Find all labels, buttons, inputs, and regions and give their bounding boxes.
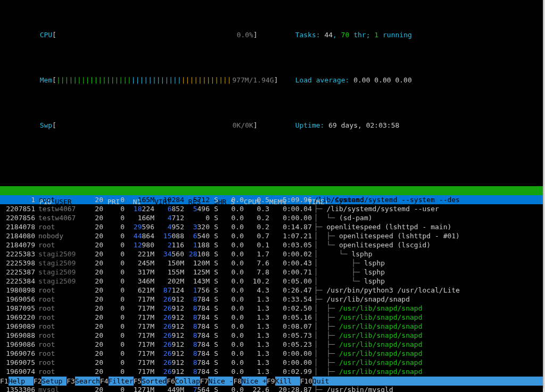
process-row[interactable]: 2207851testw40672001822468525496S0.00.30…: [0, 204, 543, 213]
htop-terminal: CPU[0.0%] Tasks: 44, 70 thr; 1 running M…: [0, 0, 544, 388]
process-row[interactable]: 2184079root2001298021161188S0.00.10:03.0…: [0, 240, 543, 249]
uptime-label: Uptime:: [295, 121, 325, 129]
fkey-f5[interactable]: F5: [134, 377, 142, 386]
swp-used: 0K: [233, 121, 241, 129]
process-row[interactable]: 2225384stagi2509200346M202M143MS0.010.20…: [0, 277, 543, 286]
uptime-value: 69 days, 02:03:58: [328, 121, 399, 129]
process-row[interactable]: 1969089root200717M269128784S0.01.30:08.0…: [0, 322, 543, 331]
tasks-thr: 70: [341, 31, 350, 39]
process-row[interactable]: 1969086root200717M269128784S0.01.30:05.2…: [0, 340, 543, 349]
fkey-label[interactable]: Search: [75, 377, 100, 386]
footer-bar: F1Help F2Setup F3SearchF4FilterF5SortedF…: [0, 377, 543, 386]
fkey-f1[interactable]: F1: [0, 377, 9, 386]
process-row[interactable]: 1987095root200717M269128784S0.01.30:02.5…: [0, 304, 543, 313]
process-row[interactable]: 2207856testw4067200166M47120S0.00.20:00.…: [0, 213, 543, 222]
process-list[interactable]: 1root200165M102845712S0.00.55:09.96/lib/…: [0, 195, 543, 392]
fkey-f4[interactable]: F4: [100, 377, 109, 386]
loadavg-label: Load average:: [295, 76, 350, 84]
process-row[interactable]: 1353306mysql2001271M449M7564S0.022.620:2…: [0, 385, 543, 392]
mem-used: 977M: [232, 76, 249, 84]
swp-total: 0K: [245, 121, 253, 129]
fkey-f9[interactable]: F9: [267, 377, 275, 386]
fkey-f2[interactable]: F2: [34, 377, 42, 386]
swp-label: Swp: [40, 121, 52, 129]
process-row[interactable]: 1root200165M102845712S0.00.55:09.96/lib/…: [0, 195, 543, 204]
fkey-label[interactable]: Filter: [109, 377, 134, 386]
process-row[interactable]: 2184078root2002959649523320S0.00.20:14.8…: [0, 222, 543, 231]
loadavg-value: 0.00 0.00 0.00: [353, 76, 412, 84]
fkey-f6[interactable]: F6: [167, 377, 175, 386]
fkey-label[interactable]: Nice +: [242, 377, 267, 386]
process-row[interactable]: 1969056root200717M269128784S0.01.30:33.5…: [0, 295, 543, 304]
process-row[interactable]: 1969220root200717M269128784S0.01.30:05.1…: [0, 313, 543, 322]
process-row[interactable]: 1969075root200717M269128784S0.01.30:00.0…: [0, 358, 543, 367]
tasks-count: 44: [324, 31, 333, 39]
fkey-label[interactable]: Help: [9, 377, 34, 386]
process-row[interactable]: 2225398stagi2509200245M150M120MS0.07.60:…: [0, 258, 543, 268]
cpu-label: CPU: [40, 31, 52, 39]
fkey-label[interactable]: Kill: [275, 377, 300, 386]
column-header[interactable]: PIDUSERPRINIVIRTRESSHRSCPU%MEM%TIME+ Com…: [0, 186, 543, 195]
fkey-label[interactable]: Setup: [42, 377, 67, 386]
mem-label: Mem: [40, 76, 52, 84]
cpu-percent: 0.0%: [56, 30, 253, 39]
process-row[interactable]: 2225383stagi2509200221M3456028108S0.01.7…: [0, 249, 543, 258]
fkey-label[interactable]: Quit: [312, 377, 337, 386]
fkey-label[interactable]: Nice -: [208, 377, 233, 386]
fkey-f8[interactable]: F8: [233, 377, 242, 386]
fkey-f3[interactable]: F3: [67, 377, 75, 386]
tasks-label: Tasks:: [295, 31, 320, 39]
process-row[interactable]: 1969076root200717M269128784S0.01.30:00.0…: [0, 349, 543, 358]
header-meters: CPU[0.0%] Tasks: 44, 70 thr; 1 running M…: [0, 0, 543, 186]
process-row[interactable]: 2225387stagi2509200317M155M125MS0.07.80:…: [0, 268, 543, 277]
fkey-label[interactable]: Sorted: [142, 377, 167, 386]
process-row[interactable]: 2184080nobody20044864150886540S0.00.71:0…: [0, 231, 543, 240]
process-row[interactable]: 1980898root200621M871241756S0.04.30:26.4…: [0, 286, 543, 295]
process-row[interactable]: 1969088root200717M269128784S0.01.30:05.7…: [0, 331, 543, 340]
fkey-label[interactable]: Collap: [175, 377, 200, 386]
fkey-f7[interactable]: F7: [200, 377, 209, 386]
fkey-f10[interactable]: F10: [300, 377, 312, 386]
process-row[interactable]: 1969074root200717M269128784S0.01.30:02.9…: [0, 367, 543, 376]
